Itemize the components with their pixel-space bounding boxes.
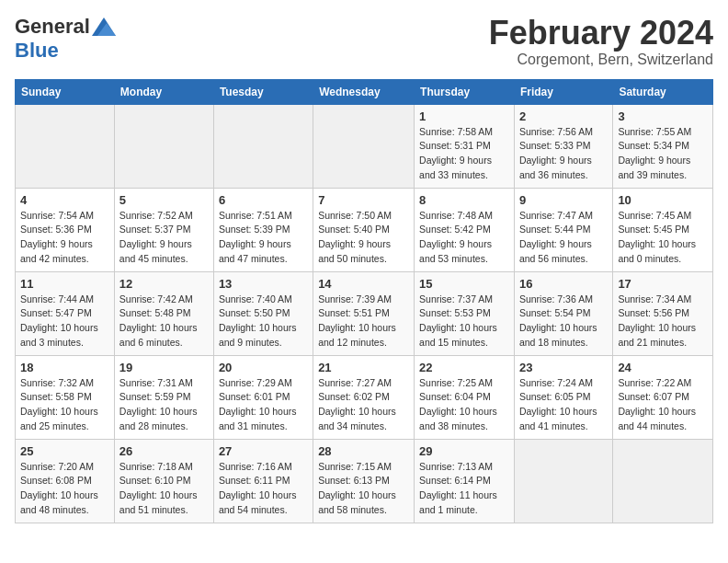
day-info: Sunrise: 7:51 AM Sunset: 5:39 PM Dayligh… — [219, 209, 308, 267]
week-row-5: 25Sunrise: 7:20 AM Sunset: 6:08 PM Dayli… — [16, 439, 713, 523]
calendar-cell — [16, 104, 115, 188]
day-info: Sunrise: 7:42 AM Sunset: 5:48 PM Dayligh… — [119, 293, 209, 350]
day-number: 27 — [219, 444, 308, 458]
calendar-cell: 24Sunrise: 7:22 AM Sunset: 6:07 PM Dayli… — [613, 355, 713, 439]
calendar-cell: 19Sunrise: 7:31 AM Sunset: 5:59 PM Dayli… — [114, 355, 213, 439]
day-info: Sunrise: 7:56 AM Sunset: 5:33 PM Dayligh… — [519, 125, 608, 183]
day-info: Sunrise: 7:32 AM Sunset: 5:58 PM Dayligh… — [20, 376, 109, 434]
calendar-cell: 26Sunrise: 7:18 AM Sunset: 6:10 PM Dayli… — [114, 439, 213, 523]
calendar-cell: 27Sunrise: 7:16 AM Sunset: 6:11 PM Dayli… — [213, 439, 313, 523]
calendar-cell: 12Sunrise: 7:42 AM Sunset: 5:48 PM Dayli… — [114, 271, 213, 355]
weekday-header-row: SundayMondayTuesdayWednesdayThursdayFrid… — [16, 79, 713, 104]
day-info: Sunrise: 7:54 AM Sunset: 5:36 PM Dayligh… — [20, 209, 109, 267]
calendar-cell: 1Sunrise: 7:58 AM Sunset: 5:31 PM Daylig… — [415, 104, 515, 188]
day-number: 28 — [318, 444, 409, 458]
day-number: 5 — [119, 193, 209, 207]
day-number: 3 — [618, 109, 708, 123]
weekday-header-saturday: Saturday — [613, 79, 713, 104]
title-area: February 2024 Corgemont, Bern, Switzerla… — [489, 15, 713, 68]
day-info: Sunrise: 7:52 AM Sunset: 5:37 PM Dayligh… — [119, 209, 209, 267]
weekday-header-thursday: Thursday — [415, 79, 515, 104]
day-info: Sunrise: 7:48 AM Sunset: 5:42 PM Dayligh… — [419, 209, 509, 267]
calendar-cell: 28Sunrise: 7:15 AM Sunset: 6:13 PM Dayli… — [313, 439, 415, 523]
calendar-cell: 10Sunrise: 7:45 AM Sunset: 5:45 PM Dayli… — [613, 188, 713, 271]
day-number: 23 — [519, 361, 608, 374]
day-info: Sunrise: 7:25 AM Sunset: 6:04 PM Dayligh… — [419, 376, 509, 434]
day-number: 9 — [519, 193, 608, 207]
calendar-cell: 9Sunrise: 7:47 AM Sunset: 5:44 PM Daylig… — [514, 188, 612, 271]
calendar-cell: 7Sunrise: 7:50 AM Sunset: 5:40 PM Daylig… — [313, 188, 415, 271]
location-title: Corgemont, Bern, Switzerland — [489, 52, 713, 68]
weekday-header-friday: Friday — [514, 79, 612, 104]
calendar-cell: 15Sunrise: 7:37 AM Sunset: 5:53 PM Dayli… — [415, 271, 515, 355]
day-number: 20 — [219, 361, 308, 374]
day-number: 13 — [219, 277, 308, 291]
day-number: 15 — [419, 277, 509, 291]
calendar-cell — [213, 104, 313, 188]
calendar-cell: 13Sunrise: 7:40 AM Sunset: 5:50 PM Dayli… — [213, 271, 313, 355]
calendar-cell: 21Sunrise: 7:27 AM Sunset: 6:02 PM Dayli… — [313, 355, 415, 439]
day-info: Sunrise: 7:18 AM Sunset: 6:10 PM Dayligh… — [119, 460, 209, 518]
day-info: Sunrise: 7:36 AM Sunset: 5:54 PM Dayligh… — [519, 293, 608, 350]
logo-blue: Blue — [15, 39, 59, 62]
day-number: 8 — [419, 193, 509, 207]
calendar-cell: 5Sunrise: 7:52 AM Sunset: 5:37 PM Daylig… — [114, 188, 213, 271]
month-title: February 2024 — [489, 15, 713, 52]
day-info: Sunrise: 7:22 AM Sunset: 6:07 PM Dayligh… — [618, 376, 708, 434]
calendar-cell — [613, 439, 713, 523]
day-info: Sunrise: 7:34 AM Sunset: 5:56 PM Dayligh… — [618, 293, 708, 350]
calendar-cell — [114, 104, 213, 188]
day-number: 21 — [318, 361, 409, 374]
logo-general: General — [15, 15, 90, 39]
week-row-1: 1Sunrise: 7:58 AM Sunset: 5:31 PM Daylig… — [16, 104, 713, 188]
day-number: 4 — [20, 193, 109, 207]
calendar-cell: 17Sunrise: 7:34 AM Sunset: 5:56 PM Dayli… — [613, 271, 713, 355]
day-info: Sunrise: 7:37 AM Sunset: 5:53 PM Dayligh… — [419, 293, 509, 350]
day-number: 16 — [519, 277, 608, 291]
day-info: Sunrise: 7:45 AM Sunset: 5:45 PM Dayligh… — [618, 209, 708, 267]
day-number: 26 — [119, 444, 209, 458]
calendar-cell: 18Sunrise: 7:32 AM Sunset: 5:58 PM Dayli… — [16, 355, 115, 439]
day-info: Sunrise: 7:40 AM Sunset: 5:50 PM Dayligh… — [219, 293, 308, 350]
day-info: Sunrise: 7:24 AM Sunset: 6:05 PM Dayligh… — [519, 376, 608, 434]
day-number: 11 — [20, 277, 109, 291]
day-info: Sunrise: 7:55 AM Sunset: 5:34 PM Dayligh… — [618, 125, 708, 183]
calendar-cell — [514, 439, 612, 523]
day-info: Sunrise: 7:50 AM Sunset: 5:40 PM Dayligh… — [318, 209, 409, 267]
calendar-cell: 22Sunrise: 7:25 AM Sunset: 6:04 PM Dayli… — [415, 355, 515, 439]
calendar-cell: 23Sunrise: 7:24 AM Sunset: 6:05 PM Dayli… — [514, 355, 612, 439]
day-info: Sunrise: 7:16 AM Sunset: 6:11 PM Dayligh… — [219, 460, 308, 518]
day-number: 17 — [618, 277, 708, 291]
day-info: Sunrise: 7:20 AM Sunset: 6:08 PM Dayligh… — [20, 460, 109, 518]
day-number: 24 — [618, 361, 708, 374]
calendar-cell: 25Sunrise: 7:20 AM Sunset: 6:08 PM Dayli… — [16, 439, 115, 523]
day-number: 10 — [618, 193, 708, 207]
calendar-cell — [313, 104, 415, 188]
day-info: Sunrise: 7:58 AM Sunset: 5:31 PM Dayligh… — [419, 125, 509, 183]
day-info: Sunrise: 7:15 AM Sunset: 6:13 PM Dayligh… — [318, 460, 409, 518]
day-number: 2 — [519, 109, 608, 123]
calendar-table: SundayMondayTuesdayWednesdayThursdayFrid… — [15, 79, 713, 523]
weekday-header-tuesday: Tuesday — [213, 79, 313, 104]
calendar-cell: 14Sunrise: 7:39 AM Sunset: 5:51 PM Dayli… — [313, 271, 415, 355]
calendar-cell: 4Sunrise: 7:54 AM Sunset: 5:36 PM Daylig… — [16, 188, 115, 271]
weekday-header-sunday: Sunday — [16, 79, 115, 104]
logo-icon — [92, 17, 116, 36]
day-info: Sunrise: 7:39 AM Sunset: 5:51 PM Dayligh… — [318, 293, 409, 350]
calendar-cell: 11Sunrise: 7:44 AM Sunset: 5:47 PM Dayli… — [16, 271, 115, 355]
week-row-3: 11Sunrise: 7:44 AM Sunset: 5:47 PM Dayli… — [16, 271, 713, 355]
calendar-cell: 8Sunrise: 7:48 AM Sunset: 5:42 PM Daylig… — [415, 188, 515, 271]
day-number: 19 — [119, 361, 209, 374]
calendar-cell: 2Sunrise: 7:56 AM Sunset: 5:33 PM Daylig… — [514, 104, 612, 188]
weekday-header-monday: Monday — [114, 79, 213, 104]
logo: General Blue — [15, 15, 116, 63]
day-number: 14 — [318, 277, 409, 291]
week-row-2: 4Sunrise: 7:54 AM Sunset: 5:36 PM Daylig… — [16, 188, 713, 271]
day-info: Sunrise: 7:47 AM Sunset: 5:44 PM Dayligh… — [519, 209, 608, 267]
page-header: General Blue February 2024 Corgemont, Be… — [15, 15, 713, 68]
day-info: Sunrise: 7:31 AM Sunset: 5:59 PM Dayligh… — [119, 376, 209, 434]
day-number: 18 — [20, 361, 109, 374]
weekday-header-wednesday: Wednesday — [313, 79, 415, 104]
calendar-cell: 20Sunrise: 7:29 AM Sunset: 6:01 PM Dayli… — [213, 355, 313, 439]
day-number: 29 — [419, 444, 509, 458]
